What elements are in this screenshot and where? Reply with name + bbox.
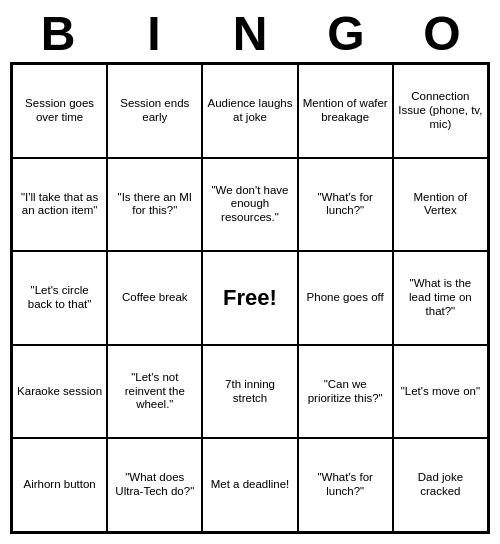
- bingo-cell-6[interactable]: "Is there an MI for this?": [107, 158, 202, 252]
- bingo-cell-2[interactable]: Audience laughs at joke: [202, 64, 297, 158]
- bingo-cell-1[interactable]: Session ends early: [107, 64, 202, 158]
- bingo-cell-3[interactable]: Mention of wafer breakage: [298, 64, 393, 158]
- bingo-cell-10[interactable]: "Let's circle back to that": [12, 251, 107, 345]
- bingo-cell-0[interactable]: Session goes over time: [12, 64, 107, 158]
- bingo-cell-24[interactable]: Dad joke cracked: [393, 438, 488, 532]
- bingo-cell-14[interactable]: "What is the lead time on that?": [393, 251, 488, 345]
- bingo-cell-11[interactable]: Coffee break: [107, 251, 202, 345]
- bingo-cell-16[interactable]: "Let's not reinvent the wheel.": [107, 345, 202, 439]
- bingo-cell-23[interactable]: "What's for lunch?": [298, 438, 393, 532]
- title-letter-n: N: [210, 10, 290, 58]
- bingo-cell-18[interactable]: "Can we prioritize this?": [298, 345, 393, 439]
- bingo-cell-21[interactable]: "What does Ultra-Tech do?": [107, 438, 202, 532]
- bingo-cell-9[interactable]: Mention of Vertex: [393, 158, 488, 252]
- title-letter-g: G: [306, 10, 386, 58]
- bingo-cell-8[interactable]: "What's for lunch?": [298, 158, 393, 252]
- title-letter-i: I: [114, 10, 194, 58]
- bingo-cell-13[interactable]: Phone goes off: [298, 251, 393, 345]
- bingo-cell-5[interactable]: "I'll take that as an action item": [12, 158, 107, 252]
- bingo-cell-19[interactable]: "Let's move on": [393, 345, 488, 439]
- bingo-cell-17[interactable]: 7th inning stretch: [202, 345, 297, 439]
- title-letter-b: B: [18, 10, 98, 58]
- bingo-grid: Session goes over timeSession ends early…: [10, 62, 490, 534]
- bingo-cell-4[interactable]: Connection Issue (phone, tv, mic): [393, 64, 488, 158]
- title-letter-o: O: [402, 10, 482, 58]
- bingo-cell-22[interactable]: Met a deadline!: [202, 438, 297, 532]
- bingo-title: B I N G O: [10, 10, 490, 58]
- bingo-cell-7[interactable]: "We don't have enough resources.": [202, 158, 297, 252]
- bingo-cell-20[interactable]: Airhorn button: [12, 438, 107, 532]
- bingo-cell-12[interactable]: Free!: [202, 251, 297, 345]
- bingo-cell-15[interactable]: Karaoke session: [12, 345, 107, 439]
